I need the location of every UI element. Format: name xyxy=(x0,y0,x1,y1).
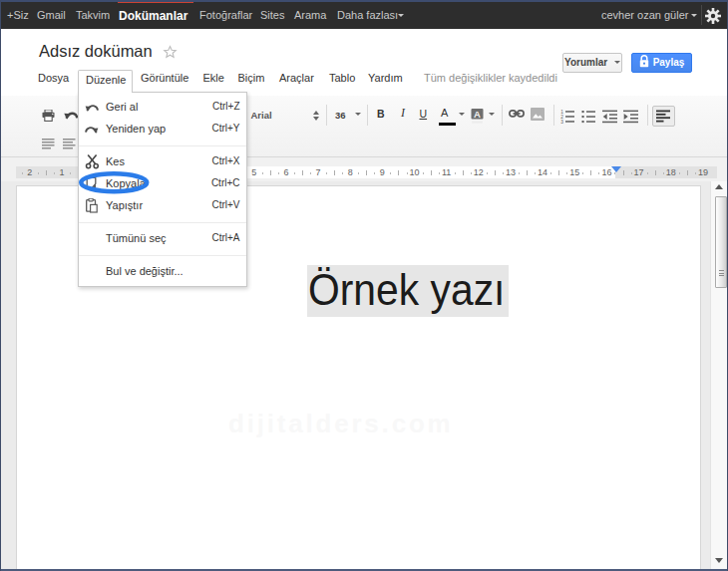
svg-text:A: A xyxy=(474,109,481,120)
svg-text:3: 3 xyxy=(560,120,563,124)
